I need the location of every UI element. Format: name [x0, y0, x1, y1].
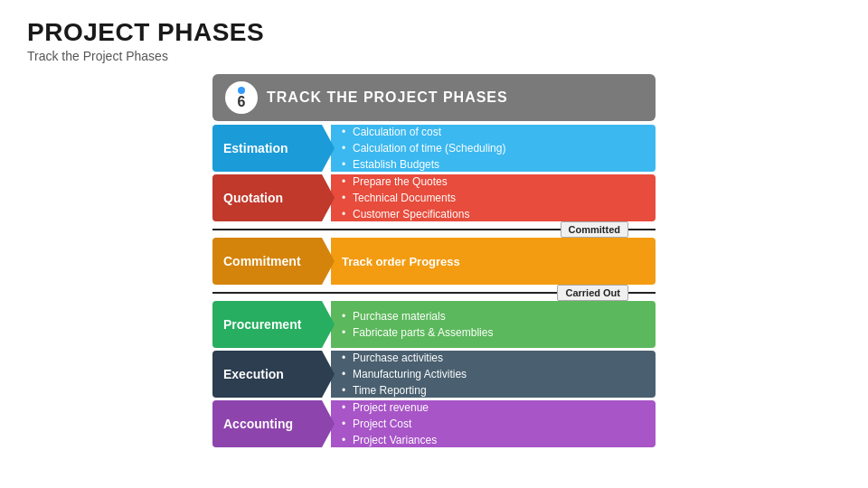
phase-content-commitment: Track order Progress: [331, 238, 656, 285]
main-title: PROJECT PHASES: [27, 18, 841, 47]
list-item: Calculation of cost: [342, 124, 505, 140]
list-item: Project Cost: [342, 416, 437, 432]
badge-number: 6: [238, 95, 246, 109]
committed-marker: Committed: [212, 224, 656, 235]
list-item: Calculation of time (Scheduling): [342, 140, 505, 156]
list-item: Purchase materials: [342, 308, 493, 324]
list-item: Establish Budgets: [342, 156, 505, 173]
phase-content-execution: Purchase activitiesManufacturing Activit…: [331, 351, 656, 398]
committed-line-right: [628, 229, 656, 230]
diagram-container: 6 TRACK THE PROJECT PHASES EstimationCal…: [27, 74, 841, 447]
phase-content-quotation: Prepare the QuotesTechnical DocumentsCus…: [331, 174, 656, 221]
carried-out-line-right: [628, 292, 656, 294]
list-item: Project revenue: [342, 399, 437, 416]
committed-label: Committed: [561, 221, 628, 238]
badge-drop-icon: [238, 87, 245, 94]
phase-content-estimation: Calculation of costCalculation of time (…: [331, 125, 656, 172]
phase-label-estimation: Estimation: [212, 125, 335, 172]
list-item: Project Variances: [342, 432, 437, 448]
list-item: Purchase activities: [342, 350, 467, 366]
phase-row-accounting: AccountingProject revenueProject CostPro…: [212, 400, 656, 447]
list-item: Fabricate parts & Assemblies: [342, 324, 493, 341]
list-item: Customer Specifications: [342, 206, 469, 222]
header-bar: 6 TRACK THE PROJECT PHASES: [212, 74, 656, 121]
sub-title: Track the Project Phases: [27, 49, 841, 63]
committed-line: [212, 229, 561, 230]
header-badge: 6: [225, 81, 258, 114]
phase-label-commitment: Commitment: [212, 238, 335, 285]
phase-row-quotation: QuotationPrepare the QuotesTechnical Doc…: [212, 174, 656, 221]
list-item: Technical Documents: [342, 190, 469, 206]
phase-content-accounting: Project revenueProject CostProject Varia…: [331, 400, 656, 447]
page: PROJECT PHASES Track the Project Phases …: [0, 0, 868, 488]
list-item: Prepare the Quotes: [342, 174, 469, 190]
carried-out-line: [212, 292, 557, 294]
phase-row-execution: ExecutionPurchase activitiesManufacturin…: [212, 351, 656, 398]
phase-label-quotation: Quotation: [212, 174, 335, 221]
carried-out-marker: Carried Out: [212, 287, 656, 298]
carried-out-label: Carried Out: [557, 285, 628, 301]
phase-row-procurement: ProcurementPurchase materialsFabricate p…: [212, 301, 656, 348]
phase-content-procurement: Purchase materialsFabricate parts & Asse…: [331, 301, 656, 348]
list-item: Time Reporting: [342, 382, 467, 399]
phase-row-estimation: EstimationCalculation of costCalculation…: [212, 125, 656, 172]
phase-label-procurement: Procurement: [212, 301, 335, 348]
phase-row-commitment: CommitmentTrack order Progress: [212, 238, 656, 285]
list-item: Manufacturing Activities: [342, 366, 467, 382]
phase-label-execution: Execution: [212, 351, 335, 398]
header-title: TRACK THE PROJECT PHASES: [267, 89, 508, 106]
phase-label-accounting: Accounting: [212, 400, 335, 447]
phases-list: EstimationCalculation of costCalculation…: [212, 125, 656, 447]
